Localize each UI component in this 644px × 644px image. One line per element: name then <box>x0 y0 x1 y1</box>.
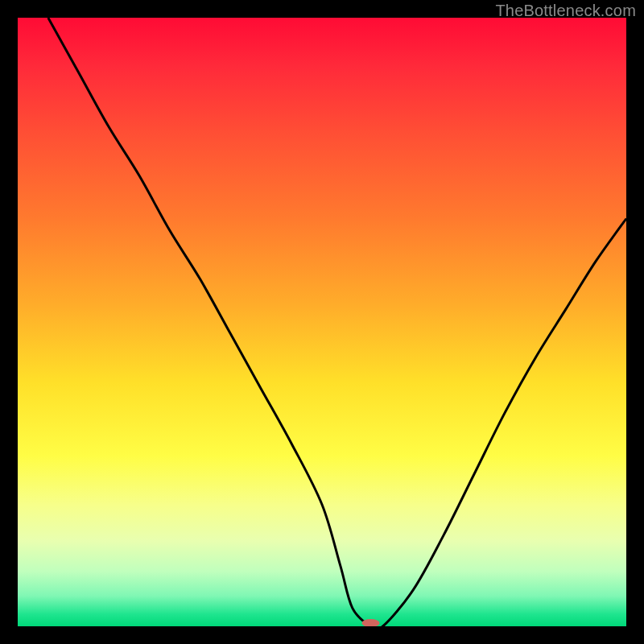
plot-area <box>18 18 626 626</box>
bottleneck-marker <box>362 619 380 626</box>
chart-frame: TheBottleneck.com <box>0 0 644 644</box>
bottleneck-curve <box>48 18 626 626</box>
curve-layer <box>18 18 626 626</box>
